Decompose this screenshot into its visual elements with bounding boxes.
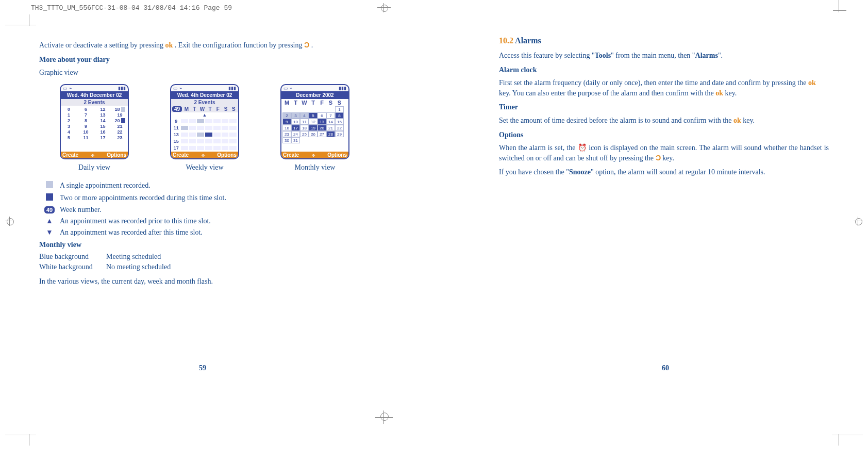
daily-view-column: ▭ ⌁▮▮▮ Wed. 4th December 02 2 Events 012… [56, 84, 133, 172]
legend-row-multi: Two or more appointments recorded during… [39, 193, 359, 203]
week-number-icon: 49 [39, 206, 60, 214]
ok-icon: ok [715, 89, 723, 97]
legend-row-single: A single appointment recorded. [39, 181, 359, 190]
monthly-view-table: Blue background Meeting scheduled White … [39, 253, 359, 271]
timer-title: Timer [499, 102, 829, 112]
registration-icon [381, 5, 388, 12]
status-bar: ▭ ⌁▮▮▮ [281, 85, 348, 91]
timer-body: Set the amount of time desired before th… [499, 116, 829, 126]
phone-softkeys: Create ⟐ Options [281, 152, 348, 158]
up-arrow-icon: ▲ [171, 112, 238, 118]
activate-text: Activate or deactivate a setting by pres… [39, 40, 359, 51]
page-number-right: 60 [662, 364, 669, 372]
crop-mark [839, 434, 839, 446]
flash-note: In the various views, the current day, w… [39, 276, 359, 287]
daily-body: 01234567891011121314151617181920212223 [61, 106, 128, 152]
crop-mark [5, 435, 36, 435]
registration-icon [854, 217, 863, 226]
down-arrow-icon: ▼ [39, 228, 60, 237]
status-bar: ▭ ⌁▮▮▮ [61, 85, 128, 91]
signal-icon: ▮▮▮ [118, 86, 126, 91]
registration-icon [5, 217, 14, 226]
more-about-diary-title: More about your diary [39, 55, 359, 65]
options-title: Options [499, 130, 829, 140]
create-softkey: Create [173, 152, 189, 158]
page-number-left: 59 [199, 364, 206, 372]
battery-icon: ▭ ⌁ [173, 86, 182, 91]
phone-header: December 2002 [281, 91, 348, 99]
crop-mark [29, 14, 29, 26]
battery-icon: ▭ ⌁ [63, 86, 72, 91]
crop-mark [832, 435, 863, 435]
options-softkey: Options [107, 152, 126, 158]
weekly-caption: Weekly view [166, 163, 243, 172]
options-softkey: Options [327, 152, 347, 158]
legend-row-week: 49 Week number. [39, 206, 359, 214]
print-slug: TH3_TTTO_UM_556FCC-31-08-04 31/08/04 14:… [31, 4, 232, 12]
snooze-note: If you have chosen the "Snooze" option, … [499, 167, 829, 177]
multi-appointment-icon [39, 193, 60, 203]
weekly-view-column: ▭ ⌁▮▮▮ Wed. 4th December 02 2 Events 49M… [166, 84, 243, 172]
c-icon: C [656, 153, 661, 163]
blue-bg-value: Meeting scheduled [106, 253, 161, 261]
crop-mark [29, 434, 29, 446]
month-grid: 1234567891011121314151617181920212223242… [281, 106, 348, 152]
alarm-icon: ⏰ [578, 144, 587, 152]
white-bg-label: White background [39, 263, 106, 271]
up-arrow-icon: ▲ [39, 217, 60, 225]
daily-caption: Daily view [56, 163, 133, 172]
phone-header: Wed. 4th December 02 [171, 91, 238, 99]
ok-icon: ok [165, 41, 173, 49]
monthly-view-title: Monthly view [39, 240, 359, 250]
nav-icon: ⟐ [312, 152, 315, 158]
signal-icon: ▮▮▮ [339, 86, 346, 91]
legend-row-after: ▼ An appointment was recorded after this… [39, 228, 359, 237]
c-icon: C [304, 40, 309, 51]
options-body: When the alarm is set, the ⏰ icon is dis… [499, 143, 829, 163]
alarms-title: 10.2 Alarms [499, 36, 829, 45]
status-bar: ▭ ⌁▮▮▮ [171, 85, 238, 91]
monthly-view-phone: ▭ ⌁▮▮▮ December 2002 MTWTFSS 12345678910… [280, 84, 349, 159]
crop-mark [5, 25, 36, 25]
alarm-clock-title: Alarm clock [499, 65, 829, 75]
phone-softkeys: Create ⟐ Options [171, 152, 238, 158]
battery-icon: ▭ ⌁ [283, 86, 292, 91]
signal-icon: ▮▮▮ [228, 86, 236, 91]
nav-icon: ⟐ [91, 152, 94, 158]
options-softkey: Options [217, 152, 237, 158]
events-count: 2 Events [171, 99, 238, 106]
nav-icon: ⟐ [202, 152, 205, 158]
phone-screenshots-row: ▭ ⌁▮▮▮ Wed. 4th December 02 2 Events 012… [56, 84, 354, 172]
daily-view-phone: ▭ ⌁▮▮▮ Wed. 4th December 02 2 Events 012… [60, 84, 129, 159]
month-days-header: MTWTFSS [281, 99, 348, 106]
legend-row-prior: ▲ An appointment was recorded prior to t… [39, 217, 359, 225]
legend: A single appointment recorded. Two or mo… [39, 181, 359, 237]
phone-softkeys: Create ⟐ Options [61, 152, 128, 158]
events-count: 2 Events [61, 99, 128, 106]
blue-bg-label: Blue background [39, 253, 106, 261]
registration-icon [380, 413, 389, 421]
crop-mark [833, 10, 846, 11]
weekly-body: ▲ 91113151719 [171, 112, 238, 152]
ok-icon: ok [733, 117, 741, 124]
page-right: 10.2 Alarms Access this feature by selec… [499, 36, 829, 182]
week-header: 49MTWTFSS [171, 106, 238, 112]
ok-icon: ok [808, 79, 816, 87]
single-appointment-icon [39, 181, 60, 190]
graphic-view-label: Graphic view [39, 68, 359, 78]
create-softkey: Create [283, 152, 299, 158]
alarm-clock-body: First set the alarm frequency (daily or … [499, 78, 829, 98]
white-bg-value: No meeting scheduled [106, 263, 171, 271]
create-softkey: Create [62, 152, 78, 158]
weekly-view-phone: ▭ ⌁▮▮▮ Wed. 4th December 02 2 Events 49M… [170, 84, 239, 159]
access-text: Access this feature by selecting "Tools"… [499, 51, 829, 61]
page-left: Activate or deactivate a setting by pres… [39, 40, 359, 291]
phone-header: Wed. 4th December 02 [61, 91, 128, 99]
monthly-caption: Monthly view [276, 163, 354, 172]
monthly-view-column: ▭ ⌁▮▮▮ December 2002 MTWTFSS 12345678910… [276, 84, 354, 172]
